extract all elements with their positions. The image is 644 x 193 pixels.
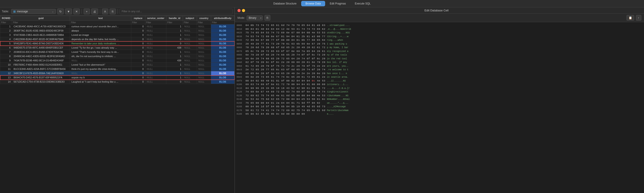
close-button[interactable] bbox=[238, 9, 240, 12]
col-header-guid[interactable]: guid bbox=[12, 16, 70, 21]
hex-bytes: 72 69 62 75 74 65 4e 61 6d 65 00 00 84 0… bbox=[246, 94, 326, 98]
hex-ascii: ..streamtyped.... bbox=[327, 24, 350, 27]
hex-offset: 0130 bbox=[236, 94, 245, 97]
filter-country[interactable] bbox=[197, 21, 211, 24]
hex-bytes: 69 63 74 69 6f 6e 61 72 79 00 94 84 01 0… bbox=[246, 83, 326, 86]
minimize-button[interactable] bbox=[242, 9, 245, 12]
hex-ascii: ny of the tools bbox=[327, 53, 347, 57]
table-row[interactable]: 397A7356B-C9B3-4A2D-8E21-84B885B738BALov… bbox=[0, 33, 234, 37]
hex-bytes: 75 74 65 64 53 74 72 69 6e 67 00 84 08 4… bbox=[246, 31, 326, 35]
hex-ascii: hen once I... n bbox=[327, 72, 347, 75]
table-row[interactable]: 10FB57006C-F468-49A4-9092-0124160EB951Lo… bbox=[0, 63, 234, 67]
hex-row: 000004 0b 73 74 72 65 61 6d 74 79 70 65 … bbox=[236, 24, 642, 27]
hex-offset: 00e0 bbox=[236, 75, 245, 79]
filter-replace[interactable] bbox=[131, 21, 145, 24]
hex-offset: 00b0 bbox=[236, 65, 245, 68]
export-button[interactable]: ↑ bbox=[636, 15, 642, 21]
hex-ascii: ue......*...q... bbox=[327, 101, 348, 105]
apply-button[interactable]: ⎘ bbox=[264, 15, 270, 21]
hex-row: 00806e 79 20 6f 66 20 74 68 65 20 74 6f … bbox=[236, 53, 642, 57]
hex-bytes: 72 69 6e 67 00 77 6f 00 00 84 01 0b 77 6… bbox=[246, 38, 326, 42]
filter-rowid[interactable] bbox=[0, 21, 12, 24]
filter-attr[interactable] bbox=[211, 21, 234, 24]
tab-edit-pragmas[interactable]: Edit Pragmas bbox=[326, 1, 350, 6]
col-header-rowid[interactable]: ROWID bbox=[0, 16, 12, 21]
hex-bytes: 00 84 02 69 49 01 81 9f 00 82 84 84 04 0… bbox=[246, 79, 326, 83]
filter-handle[interactable] bbox=[166, 21, 183, 24]
hex-row: 001000 84 01 40 84 84 84 12 4e 53 41 74 … bbox=[236, 27, 642, 31]
table-row[interactable]: 145671DCAD-C754-4738-B210-D0D86C63BE83La… bbox=[0, 80, 234, 84]
table-chevron-icon: ⌄ bbox=[52, 10, 54, 13]
col-header-country[interactable]: country bbox=[197, 16, 211, 21]
filter-guid[interactable] bbox=[12, 21, 70, 24]
tab-database-structure[interactable]: Database Structure bbox=[269, 1, 301, 6]
hex-display[interactable]: 000004 0b 73 74 72 65 61 6d 74 79 70 65 … bbox=[235, 22, 644, 193]
hex-row: 00a062 6f 78 20 6c 6f 6c 2e 20 69 66 20 … bbox=[236, 60, 642, 64]
filter-input[interactable] bbox=[120, 9, 233, 14]
col-header-replace[interactable]: replace bbox=[131, 16, 145, 21]
hex-row: 005020 49 20 77 61 73 20 70 61 63 6b 69 … bbox=[236, 42, 642, 46]
table-row[interactable]: 1234BCBF13-F678-4920-B58A-7AE1A4F836E8NU… bbox=[0, 71, 234, 75]
hex-offset: 0170 bbox=[236, 109, 245, 112]
hex-bytes: 70 20 6d 79 20 68 6f 6d 65 2c 20 49 20 6… bbox=[246, 46, 326, 50]
table-label: Table: bbox=[2, 10, 9, 13]
col-header-attributed-body[interactable]: attributedBody bbox=[211, 16, 234, 21]
right-header: Edit Database Cell bbox=[235, 8, 644, 14]
hex-ascii: e.... bbox=[327, 112, 334, 116]
hex-bytes: 6e 79 20 6f 66 20 74 68 65 20 74 6f 6f 6… bbox=[246, 53, 326, 57]
hex-offset: 0150 bbox=[236, 101, 245, 105]
filter-subject[interactable] bbox=[183, 21, 197, 24]
hex-offset: 0030 bbox=[236, 35, 245, 38]
hex-offset: 0100 bbox=[236, 83, 245, 86]
hex-offset: 0050 bbox=[236, 42, 245, 46]
filter-sc[interactable] bbox=[145, 21, 166, 24]
col-header-handle-id[interactable]: handle_id bbox=[166, 16, 183, 21]
table-row[interactable]: 694BD6575-0739-497C-A490-6846F03B1CEFLov… bbox=[0, 46, 234, 50]
refresh-button[interactable]: ↻ bbox=[57, 9, 64, 14]
hex-ascii: ributeName....NS bbox=[327, 94, 348, 97]
table-container[interactable]: ROWID guid text replace service_center h… bbox=[0, 16, 234, 193]
delete-button[interactable]: ✕ bbox=[73, 9, 80, 14]
tab-browse-data[interactable]: Browse Data bbox=[301, 1, 325, 6]
hex-ascii: PartAttributeNam bbox=[327, 109, 348, 112]
hex-ascii: tString...+....w bbox=[327, 35, 348, 38]
hex-offset: 0010 bbox=[236, 28, 245, 31]
table-row[interactable]: 23830F7AC-B105-433E-99E6-655DE49C3F09alw… bbox=[0, 29, 234, 33]
hex-bytes: 00 84 01 40 84 84 84 12 4e 53 41 74 74 7… bbox=[246, 27, 326, 31]
table-row[interactable]: 13B694C470-D452-4576-B197-65F4889521FAoo… bbox=[0, 75, 234, 80]
hex-bytes: 65 6c 79 20 72 65 63 6f 67 6e 69 7a 65 6… bbox=[246, 50, 326, 53]
hex-bytes: 75 65 00 00 84 01 2a 84 84 01 71 9d ff 8… bbox=[246, 101, 326, 105]
hex-ascii: ...._KIMessage bbox=[327, 105, 346, 108]
font-button[interactable]: A bbox=[102, 9, 108, 14]
col-header-service-center[interactable]: service_center bbox=[145, 16, 166, 21]
hex-offset: 0040 bbox=[236, 39, 245, 42]
table-row[interactable]: 820490CA0-44EC-43D5-82DD-4E3F6C6FA9ADofc… bbox=[0, 54, 234, 58]
table-row[interactable]: 720380D16-83C4-4815-B4AB-674D87E6A786Lov… bbox=[0, 50, 234, 54]
table-row[interactable]: 1CACB549C-80A8-49CC-A730-A3B7A0190DCDcur… bbox=[0, 24, 234, 29]
col-header-text[interactable]: text bbox=[70, 16, 131, 21]
hex-row: 00f000 84 02 69 49 01 81 9f 00 82 84 84 … bbox=[236, 79, 642, 83]
add-row-button[interactable]: + bbox=[84, 9, 90, 14]
mode-select-wrap[interactable]: Binary Text Null Integer Real Blob bbox=[247, 16, 263, 20]
hex-ascii: utedString....NSS bbox=[327, 31, 350, 35]
mode-select[interactable]: Binary Text Null Integer Real Blob bbox=[247, 16, 263, 20]
table-selector[interactable]: ▦ message ⌄ bbox=[11, 9, 56, 14]
mode-row: Mode: Binary Text Null Integer Real Blob… bbox=[235, 14, 644, 22]
filter-button[interactable]: ▼ bbox=[65, 9, 72, 14]
tab-execute-sql[interactable]: Execute SQL bbox=[350, 1, 375, 6]
hex-offset: 00f0 bbox=[236, 79, 245, 83]
table-row[interactable]: 4C4622908-B2A0-4597-9D2D-9C308FA679ABdep… bbox=[0, 37, 234, 41]
table-row[interactable]: 9743A797B-EE9B-4882-BC14-D14B48D4346FNUL… bbox=[0, 58, 234, 63]
tab-bar: Database Structure Browse Data Edit Prag… bbox=[0, 0, 644, 8]
col-header-subject[interactable]: subject bbox=[183, 16, 197, 21]
hex-row: 017050 61 72 74 41 74 74 72 69 62 75 74 … bbox=[236, 109, 642, 112]
import-button[interactable]: 📋 bbox=[626, 15, 634, 21]
copy-button[interactable]: ⎘ bbox=[110, 9, 116, 14]
delete-row-button[interactable]: 🖨 bbox=[91, 9, 98, 14]
filter-text[interactable] bbox=[70, 21, 131, 24]
hex-ascii: box lol. if any bbox=[327, 61, 347, 64]
right-panel: Edit Database Cell Mode: Binary Text Nul… bbox=[235, 8, 644, 193]
table-row[interactable]: 11B1CCE840-A0E5-420A-B6FC-57CD0BBFBA56th… bbox=[0, 67, 234, 71]
hex-offset: 0110 bbox=[236, 87, 245, 90]
table-row[interactable]: 55FA528F5-FE41-48A0-B7A6-D937143EE4D6Rem… bbox=[0, 41, 234, 46]
